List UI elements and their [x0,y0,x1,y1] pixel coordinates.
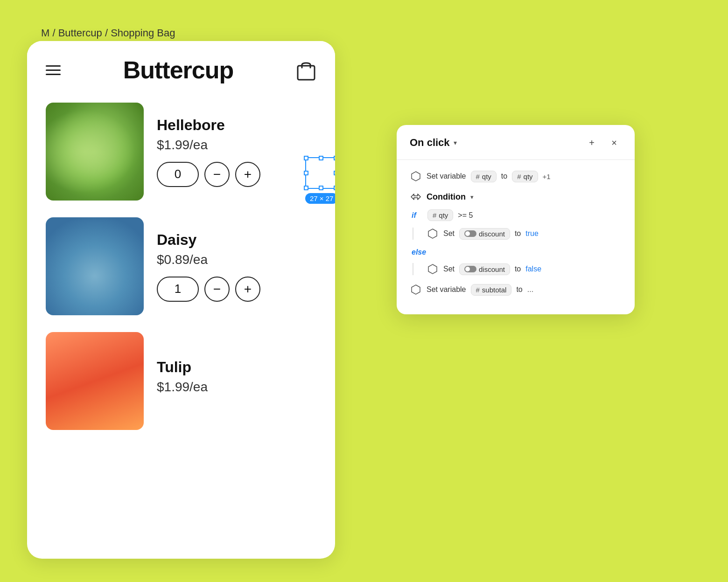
hash-icon: # [476,286,480,294]
chevron-down-icon[interactable]: ▾ [470,194,474,201]
decrement-button[interactable]: − [204,277,230,302]
discount-toggle-badge-else[interactable]: discount [459,263,510,275]
product-name: Tulip [157,359,316,376]
variable-qty-value-badge[interactable]: # qty [512,171,538,182]
handle-bm[interactable] [319,186,323,190]
product-image-daisy [46,217,144,315]
set-subtotal-row: Set variable # subtotal to ... [410,284,622,296]
then-block: Set discount to true [413,228,622,240]
app-title: Buttercup [123,56,234,84]
logic-panel-body: Set variable # qty to # qty +1 Condition [397,160,635,314]
dots-value: ... [527,285,533,294]
add-action-button[interactable]: + [584,135,599,150]
toggle-icon [464,266,476,272]
subtotal-var-name: subtotal [482,286,507,294]
then-set-row: Set discount to true [427,228,622,240]
logic-panel: On click ▾ + × Set variable # qty to # [397,125,635,314]
condition-var-badge[interactable]: # qty [427,209,453,221]
action-icon [410,284,422,296]
hamburger-icon[interactable] [46,65,61,75]
list-item: Hellebore $1.99/ea 0 − + [46,103,316,201]
hash-icon: # [476,173,480,180]
svg-marker-4 [412,285,420,294]
product-list: Hellebore $1.99/ea 0 − + [27,95,335,454]
variable-name: qty [524,173,533,180]
decrement-button[interactable]: − [204,162,230,187]
to-text: to [515,229,521,238]
to-text: to [501,172,507,180]
condition-label: Condition [427,192,466,202]
handle-bl[interactable] [304,186,308,190]
variable-qty-badge[interactable]: # qty [471,171,497,182]
product-info-daisy: Daisy $0.89/ea 1 − + [157,231,316,302]
quantity-controls-daisy: 1 − + [157,277,316,302]
variable-name: qty [482,173,491,180]
to-text: to [516,285,522,294]
handle-tl[interactable] [304,156,308,160]
cart-icon[interactable] [296,58,316,82]
svg-marker-2 [428,229,437,238]
logic-panel-header: On click ▾ + × [397,125,635,160]
close-panel-button[interactable]: × [607,135,622,150]
selection-box: ⚙ [305,157,335,189]
else-set-row: Set discount to false [427,263,622,275]
size-badge: 27 × 27 [305,193,335,204]
logic-title-group: On click ▾ [410,137,457,149]
modifier-text: +1 [543,173,551,180]
action-icon [410,170,422,182]
discount-toggle-badge[interactable]: discount [459,228,510,240]
chevron-down-icon[interactable]: ▾ [454,139,457,146]
handle-tm[interactable] [319,156,323,160]
quantity-display: 1 [157,277,199,302]
condition-operator: >= 5 [458,211,473,220]
product-name: Daisy [157,231,316,249]
product-name: Hellebore [157,117,316,134]
logic-header-actions: + × [584,135,622,150]
quantity-controls-hellebore: 0 − + [157,162,316,187]
false-value: false [525,265,541,273]
set-variable-row: Set variable # qty to # qty +1 [410,170,622,182]
action-icon [427,263,439,275]
increment-button[interactable]: + [235,277,260,302]
product-price: $0.89/ea [157,252,316,267]
svg-marker-3 [428,264,437,274]
toggle-icon [464,230,476,237]
set-subtotal-text: Set variable [427,285,466,294]
app-header: Buttercup [27,41,335,95]
set-variable-text: Set variable [427,172,466,180]
action-icon [427,228,439,240]
else-set-text: Set [443,265,455,273]
handle-tr[interactable] [334,156,335,160]
product-image-hellebore [46,103,144,201]
product-info-hellebore: Hellebore $1.99/ea 0 − + [157,117,316,187]
svg-marker-1 [412,172,420,181]
svg-rect-0 [298,66,315,80]
then-set-text: Set [443,229,455,238]
selection-overlay: ⚙ 27 × 27 [305,157,335,191]
app-frame: Buttercup Hellebore $1.99/ea 0 − [27,41,335,559]
condition-var-name: qty [439,211,448,219]
condition-header: Condition ▾ [410,191,622,203]
product-price: $1.99/ea [157,138,316,152]
else-keyword: else [410,248,622,256]
increment-button-wrap: + ⚙ [235,162,260,187]
hash-icon: # [517,173,521,180]
if-row: if # qty >= 5 [410,209,622,221]
handle-rm[interactable] [334,171,335,175]
true-value: true [525,229,539,238]
handle-lm[interactable] [304,171,308,175]
list-item: Daisy $0.89/ea 1 − + [46,217,316,315]
product-price: $1.99/ea [157,380,316,395]
quantity-display: 0 [157,162,199,187]
product-image-tulip [46,332,144,430]
increment-button[interactable]: + [235,162,260,187]
discount-var-name-else: discount [479,265,505,273]
list-item: Tulip $1.99/ea [46,332,316,430]
else-block: Set discount to false [413,263,622,275]
condition-icon-wrap [410,191,422,203]
handle-br[interactable] [334,186,335,190]
logic-panel-title: On click [410,137,450,149]
product-info-tulip: Tulip $1.99/ea [157,359,316,404]
subtotal-var-badge[interactable]: # subtotal [471,284,512,296]
to-text: to [515,265,521,273]
